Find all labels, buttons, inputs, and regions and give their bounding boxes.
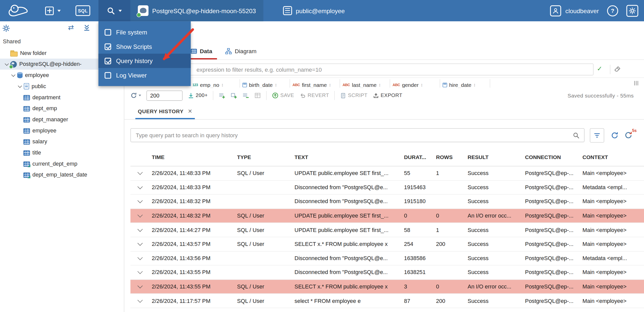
expand-row-button[interactable] — [135, 181, 145, 194]
sidebar-settings-button[interactable] — [3, 25, 10, 34]
close-icon[interactable]: × — [188, 107, 192, 115]
grid-column-header[interactable]: hire_date ↕ — [440, 79, 490, 88]
query-history-search[interactable] — [130, 128, 584, 142]
fetch-more-button[interactable]: 200+ — [188, 92, 208, 99]
apply-filter-icon[interactable]: ✓ — [597, 65, 602, 73]
query-history-row[interactable]: 2/26/2024, 11:48:32 PM Disconnected from… — [130, 195, 644, 209]
refresh-button[interactable] — [611, 131, 619, 139]
expand-row-button[interactable] — [135, 294, 145, 308]
menu-item-label: Log Viewer — [116, 72, 147, 79]
grid-column-header[interactable]: emp_no ↕ — [190, 79, 240, 88]
schema-selector[interactable]: public@employee — [277, 0, 351, 21]
expand-row-button[interactable] — [135, 166, 145, 180]
cell-time: 2/26/2024, 11:43:57 PM — [152, 237, 234, 251]
query-history-row[interactable]: 2/26/2024, 11:48:33 PM Disconnected from… — [130, 181, 644, 195]
refresh-button[interactable] — [130, 92, 141, 99]
tree-item-label: employee — [32, 127, 57, 133]
tree-item[interactable]: employee — [0, 125, 124, 136]
sort-icon[interactable]: ↕ — [329, 82, 331, 87]
add-row-button[interactable] — [219, 92, 225, 99]
grid-column-header[interactable]: first_name ↕ — [290, 79, 340, 88]
duplicate-row-button[interactable] — [231, 92, 237, 99]
menu-item[interactable]: Query history — [98, 54, 191, 68]
tab-diagram[interactable]: Diagram — [220, 43, 261, 60]
delete-row-button[interactable] — [243, 92, 249, 99]
revert-button[interactable]: REVERT — [299, 92, 329, 99]
tree-item[interactable]: salary — [0, 136, 124, 147]
auto-refresh-button[interactable]: 5s — [624, 131, 632, 139]
grid-column-header[interactable]: last_name ↕ — [340, 79, 390, 88]
grid-config-icon[interactable] — [633, 80, 639, 88]
menu-item[interactable]: Log Viewer — [98, 68, 191, 83]
cell-text: Disconnected from "PostgreSQL@e... — [295, 181, 401, 194]
filter-button[interactable] — [590, 128, 604, 143]
sync-connection-icon[interactable]: ⇄ — [68, 23, 74, 32]
expand-chevron-icon[interactable] — [16, 85, 24, 87]
query-history-row[interactable]: 2/26/2024, 11:17:57 PM SQL / User select… — [130, 294, 644, 308]
open-sql-editor-button[interactable]: SQL — [76, 0, 90, 21]
query-history-row[interactable]: 2/26/2024, 11:43:55 PM SQL / User SELECT… — [130, 280, 644, 294]
sort-icon[interactable]: ↕ — [379, 82, 381, 87]
tab-query-history[interactable]: QUERY HISTORY × — [135, 103, 195, 119]
checkbox[interactable] — [105, 57, 111, 64]
query-history-row[interactable]: 2/26/2024, 11:43:55 PM Disconnected from… — [130, 266, 644, 280]
checkbox[interactable] — [105, 29, 111, 35]
expand-row-button[interactable] — [135, 237, 145, 251]
tree-item[interactable]: title — [0, 147, 124, 158]
tree-item[interactable]: department — [0, 92, 124, 103]
grid-column-header[interactable]: birth_date ↕ — [240, 79, 290, 88]
column-header[interactable]: CONTEXT — [582, 148, 644, 166]
help-button[interactable]: ? — [607, 5, 618, 16]
column-header[interactable]: CONNECTION — [525, 148, 579, 166]
connection-selector[interactable]: PostgreSQL@ep-hidden-moon-55203 — [130, 0, 263, 21]
expand-row-button[interactable] — [135, 223, 145, 237]
connection-name: PostgreSQL@ep-hidden-moon-55203 — [152, 7, 256, 14]
sort-icon[interactable]: ↕ — [221, 82, 224, 87]
sort-icon[interactable]: ↕ — [275, 82, 277, 87]
expand-chevron-icon[interactable] — [10, 74, 17, 76]
tools-menu-button[interactable] — [98, 0, 130, 21]
column-name: hire_date — [449, 82, 472, 88]
menu-item[interactable]: Show Scripts — [98, 39, 191, 54]
search-input[interactable] — [131, 129, 584, 142]
save-button[interactable]: SAVE — [272, 92, 294, 99]
tree-item[interactable]: dept_emp — [0, 103, 124, 114]
tree-item[interactable]: dept_emp_latest_date — [0, 169, 124, 180]
sort-icon[interactable]: ↕ — [421, 82, 423, 87]
grid-column-header[interactable]: gender ↕ — [390, 79, 440, 88]
checkbox[interactable] — [105, 72, 111, 79]
script-button[interactable]: SCRIPT — [340, 92, 368, 99]
export-button[interactable]: EXPORT — [373, 92, 402, 99]
user-menu[interactable]: cloudbeaver — [550, 5, 599, 16]
filter-input[interactable]: expression to filter results, e.g. colum… — [128, 64, 594, 75]
query-history-row[interactable]: 2/26/2024, 11:43:56 PM Disconnected from… — [130, 251, 644, 266]
menu-item[interactable]: File system — [98, 25, 191, 40]
expand-row-button[interactable] — [135, 209, 145, 223]
expand-row-button[interactable] — [135, 280, 145, 294]
column-header[interactable]: TEXT — [295, 148, 401, 166]
expand-chevron-icon[interactable] — [3, 63, 10, 65]
column-header[interactable]: TYPE — [237, 148, 291, 166]
column-header[interactable]: ROWS — [436, 148, 464, 166]
query-history-row[interactable]: 2/26/2024, 11:48:32 PM SQL / User UPDATE… — [130, 209, 644, 223]
checkbox[interactable] — [105, 43, 111, 50]
sort-icon[interactable]: ↕ — [473, 82, 476, 87]
expand-row-button[interactable] — [135, 266, 145, 279]
query-history-row[interactable]: 2/26/2024, 11:43:57 PM SQL / User SELECT… — [130, 237, 644, 251]
column-header[interactable]: DURAT... — [404, 148, 433, 166]
column-header[interactable]: TIME — [152, 148, 234, 166]
query-history-row[interactable]: 2/26/2024, 11:44:27 PM SQL / User UPDATE… — [130, 223, 644, 237]
new-connection-button[interactable] — [45, 0, 61, 21]
tree-item[interactable]: dept_manager — [0, 114, 124, 125]
clear-filter-icon[interactable] — [614, 66, 621, 74]
expand-row-button[interactable] — [135, 195, 145, 208]
column-header[interactable]: RESULT — [468, 148, 522, 166]
cloudbeaver-logo[interactable] — [6, 3, 32, 20]
query-history-row[interactable]: 2/26/2024, 11:48:33 PM SQL / User UPDATE… — [130, 166, 644, 181]
expand-row-button[interactable] — [135, 251, 145, 265]
row-limit-input[interactable] — [147, 90, 183, 101]
settings-button[interactable] — [626, 5, 638, 17]
collapse-all-icon[interactable] — [83, 24, 90, 33]
grid-mode-button[interactable] — [255, 92, 261, 99]
tree-item[interactable]: current_dept_emp — [0, 158, 124, 169]
